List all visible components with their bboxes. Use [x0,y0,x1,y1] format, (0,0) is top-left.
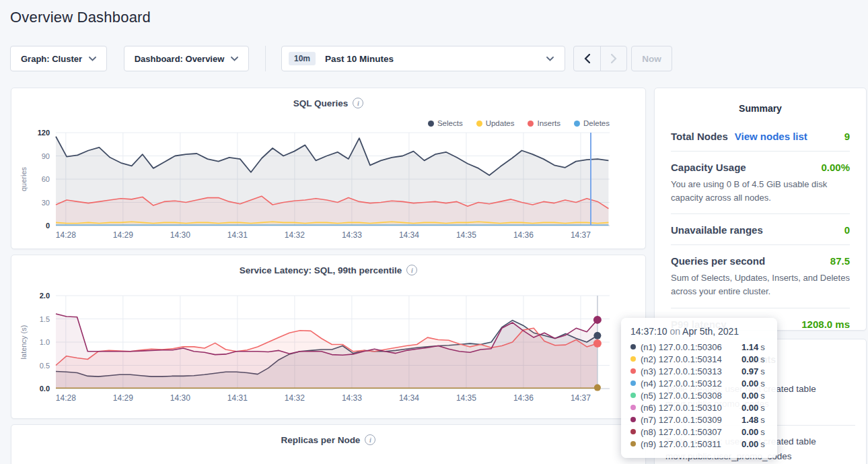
tooltip-row: (n9) 127.0.0.1:503110.00s [630,438,768,450]
tooltip-node-address: (n1) 127.0.0.1:50306 [641,342,742,352]
next-time-button[interactable] [600,46,626,71]
node-color-dot [630,405,636,410]
page-title: Overview Dashboard [10,9,151,26]
summary-row: Capacity Usage0.00%You are using 0 B of … [671,152,850,214]
tooltip-row: (n6) 127.0.0.1:503100.00s [630,401,768,413]
svg-text:14:34: 14:34 [399,230,419,240]
summary-label: Unavailable ranges [671,224,763,236]
svg-text:14:37: 14:37 [571,393,591,403]
svg-text:2.0: 2.0 [40,292,50,300]
service-latency-chart[interactable]: 14:2814:2914:3014:3114:3214:3314:3414:35… [11,289,645,405]
info-icon[interactable]: i [365,434,375,445]
tooltip-node-address: (n3) 127.0.0.1:50313 [641,366,742,376]
svg-text:14:36: 14:36 [513,393,534,403]
tooltip-value-unit: s [760,427,765,437]
svg-text:0.5: 0.5 [40,362,50,370]
node-color-dot [630,393,636,398]
dashboard-dropdown-label: Dashboard: Overview [135,54,225,64]
tooltip-node-value: 0.00 [742,427,758,437]
node-color-dot [630,368,636,374]
summary-value: 0 [844,224,850,236]
summary-row: Unavailable ranges0 [671,214,850,245]
node-color-dot [630,417,636,422]
svg-text:14:29: 14:29 [113,393,133,403]
svg-text:0.0: 0.0 [40,385,50,393]
chart-hover-tooltip: 14:37:10 on Apr 5th, 2021 (n1) 127.0.0.1… [621,318,777,458]
tooltip-row: (n7) 127.0.0.1:503091.48s [630,413,768,426]
tooltip-value-unit: s [760,366,765,376]
tooltip-date: Apr 5th, 2021 [682,326,739,337]
svg-text:14:32: 14:32 [285,393,305,403]
sql-queries-card: SQL Queries i SelectsUpdatesInsertsDelet… [11,88,646,249]
tooltip-node-value: 0.97 [742,366,758,376]
time-range-dropdown[interactable]: 10m Past 10 Minutes [281,46,565,71]
svg-text:1.5: 1.5 [40,315,50,323]
chart-title-text: SQL Queries [293,98,349,108]
time-step-buttons [573,46,627,71]
tooltip-node-value: 1.14 [742,342,758,352]
svg-text:14:33: 14:33 [342,393,362,403]
tooltip-on-text: on [670,326,680,337]
summary-value: 1208.0 ms [801,319,850,330]
node-color-dot [630,441,636,446]
overview-dashboard-page: Overview Dashboard Graph: Cluster Dashbo… [0,0,868,464]
sql-queries-chart[interactable]: 14:2814:2914:3014:3114:3214:3314:3414:35… [11,126,645,242]
now-button[interactable]: Now [631,46,672,71]
summary-row: Queries per second87.5Sum of Selects, Up… [671,245,850,308]
graph-dropdown[interactable]: Graph: Cluster [10,46,107,71]
tooltip-row: (n1) 127.0.0.1:503061.14s [630,341,768,353]
replicas-per-node-card: Replicas per Node i [11,424,646,464]
summary-description: Sum of Selects, Updates, Inserts, and De… [671,271,850,298]
summary-value: 9 [844,131,850,142]
svg-text:90: 90 [42,152,50,160]
controls-divider [265,46,266,71]
summary-label: Capacity Usage [671,162,746,173]
summary-rows: Total NodesView nodes list9Capacity Usag… [671,121,850,339]
summary-value: 87.5 [830,255,850,267]
svg-text:120: 120 [38,129,50,137]
tooltip-value-unit: s [760,354,765,364]
node-color-dot [630,429,636,434]
tooltip-row: (n3) 127.0.0.1:503130.97s [630,365,768,377]
summary-label: Queries per second [671,255,765,267]
tooltip-node-value: 0.00 [742,391,758,401]
svg-text:14:28: 14:28 [56,230,76,240]
tooltip-node-value: 0.00 [742,378,758,389]
tooltip-node-address: (n4) 127.0.0.1:50312 [641,378,742,389]
svg-text:14:28: 14:28 [56,393,76,403]
info-icon[interactable]: i [353,98,363,108]
svg-text:14:37: 14:37 [571,230,591,240]
svg-text:14:33: 14:33 [342,230,362,240]
summary-label: Total Nodes [671,131,728,142]
chevron-left-icon [584,54,590,63]
tooltip-node-address: (n9) 127.0.0.1:50311 [641,439,742,449]
node-color-dot [630,344,636,350]
tooltip-node-address: (n8) 127.0.0.1:50307 [641,427,742,437]
graph-dropdown-label: Graph: Cluster [21,54,82,64]
tooltip-row: (n8) 127.0.0.1:503070.00s [630,426,768,438]
svg-text:1.0: 1.0 [40,338,50,346]
time-range-badge: 10m [289,52,316,65]
summary-value: 0.00% [821,162,850,173]
chart-title-text: Service Latency: SQL, 99th percentile [240,265,402,275]
tooltip-node-value: 0.00 [742,354,758,364]
tooltip-node-address: (n7) 127.0.0.1:50309 [641,415,742,425]
service-latency-title: Service Latency: SQL, 99th percentile i [11,255,645,275]
view-nodes-list-link[interactable]: View nodes list [735,131,807,142]
svg-text:latency (s): latency (s) [20,325,28,360]
tooltip-node-address: (n2) 127.0.0.1:50314 [641,354,742,364]
node-color-dot [630,380,636,386]
svg-text:14:35: 14:35 [456,230,476,240]
summary-description: You are using 0 B of 4.5 GiB usable disk… [671,178,850,205]
chevron-right-icon [611,54,617,63]
tooltip-value-unit: s [760,391,765,401]
svg-text:14:34: 14:34 [399,393,419,403]
svg-text:14:29: 14:29 [113,230,133,240]
tooltip-value-unit: s [760,342,765,352]
service-latency-card: Service Latency: SQL, 99th percentile i … [11,255,646,419]
svg-text:14:36: 14:36 [513,230,534,240]
sql-queries-title: SQL Queries i [11,88,645,108]
info-icon[interactable]: i [406,265,417,275]
previous-time-button[interactable] [574,46,600,71]
dashboard-dropdown[interactable]: Dashboard: Overview [124,46,249,71]
